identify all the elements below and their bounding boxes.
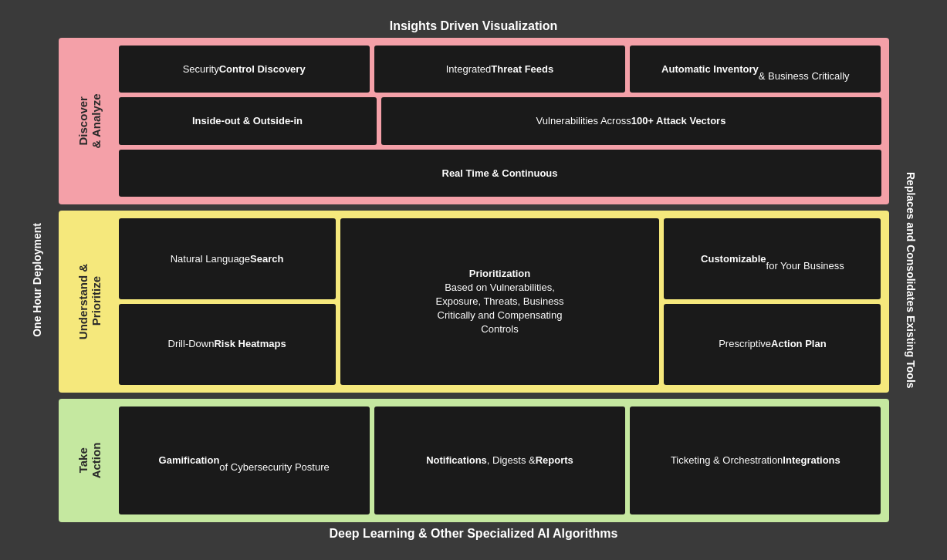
- discover-title: Discover& Analyze: [66, 46, 113, 197]
- gamification-cell: Gamificationof Cybersecurity Posture: [119, 407, 370, 514]
- center-content: Discover& Analyze SecurityControl Discov…: [56, 38, 892, 522]
- main-inner: One Hour Deployment Discover& Analyze Se…: [19, 38, 929, 522]
- discover-row-3: Real Time & Continuous: [119, 150, 881, 197]
- right-label-container: Replaces and Consolidates Existing Tools: [892, 38, 929, 522]
- action-title: TakeAction: [66, 407, 113, 514]
- prescriptive-cell: PrescriptiveAction Plan: [664, 304, 881, 385]
- understand-section: Understand &Prioritize Natural LanguageS…: [59, 211, 889, 392]
- discover-section: Discover& Analyze SecurityControl Discov…: [59, 38, 889, 204]
- action-row: Gamificationof Cybersecurity Posture Not…: [119, 407, 881, 514]
- discover-row-1: SecurityControl Discovery Integrated Thr…: [119, 46, 881, 93]
- ticketing-cell: Ticketing & OrchestrationIntegrations: [630, 407, 881, 514]
- real-time-cell: Real Time & Continuous: [119, 150, 881, 197]
- security-control-discovery-cell: SecurityControl Discovery: [119, 46, 370, 93]
- action-section: TakeAction Gamificationof Cybersecurity …: [59, 399, 889, 522]
- left-label: One Hour Deployment: [31, 223, 43, 337]
- discover-grid: SecurityControl Discovery Integrated Thr…: [119, 46, 881, 197]
- prioritization-cell: Prioritization Based on Vulnerabilities,…: [340, 218, 660, 384]
- main-container: Insights Driven Visualization One Hour D…: [19, 10, 929, 550]
- understand-grid: Natural LanguageSearch Drill-DownRisk He…: [119, 218, 881, 384]
- drill-down-cell: Drill-DownRisk Heatmaps: [119, 304, 336, 385]
- bottom-label: Deep Learning & Other Specialized AI Alg…: [330, 522, 618, 544]
- notifications-cell: Notifications, Digests & Reports: [374, 407, 625, 514]
- customizable-cell: Customizablefor Your Business: [664, 218, 881, 299]
- vulnerabilities-cell: Vulnerabilities Across100+ Attack Vector…: [381, 97, 881, 144]
- action-grid: Gamificationof Cybersecurity Posture Not…: [119, 407, 881, 514]
- inside-out-cell: Inside-out & Outside-in: [119, 97, 377, 144]
- integrated-threat-feeds-cell: Integrated Threat Feeds: [374, 46, 625, 93]
- left-label-container: One Hour Deployment: [19, 38, 56, 522]
- understand-title: Understand &Prioritize: [66, 218, 113, 384]
- right-label: Replaces and Consolidates Existing Tools: [905, 172, 917, 389]
- top-label: Insights Driven Visualization: [390, 16, 558, 38]
- automatic-inventory-cell: Automatic Inventory& Business Critically: [630, 46, 881, 93]
- natural-language-search-cell: Natural LanguageSearch: [119, 218, 336, 299]
- discover-row-2: Inside-out & Outside-in Vulnerabilities …: [119, 97, 881, 144]
